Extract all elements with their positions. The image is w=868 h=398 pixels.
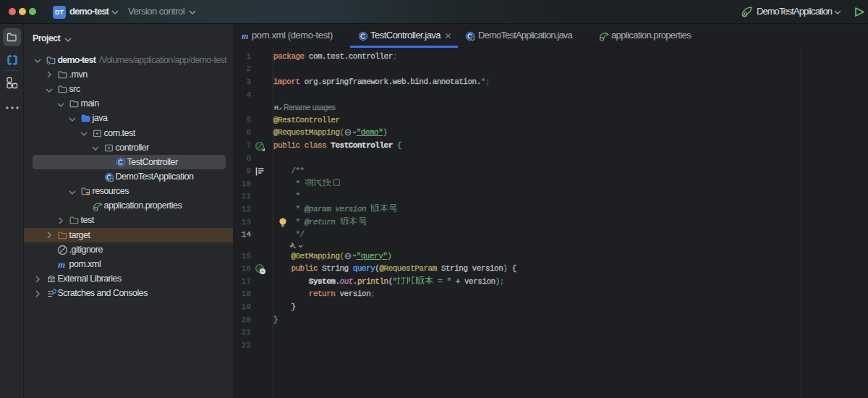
svg-text:R: R <box>274 104 279 111</box>
svg-text:m: m <box>58 260 65 269</box>
svg-text:m: m <box>242 32 248 40</box>
